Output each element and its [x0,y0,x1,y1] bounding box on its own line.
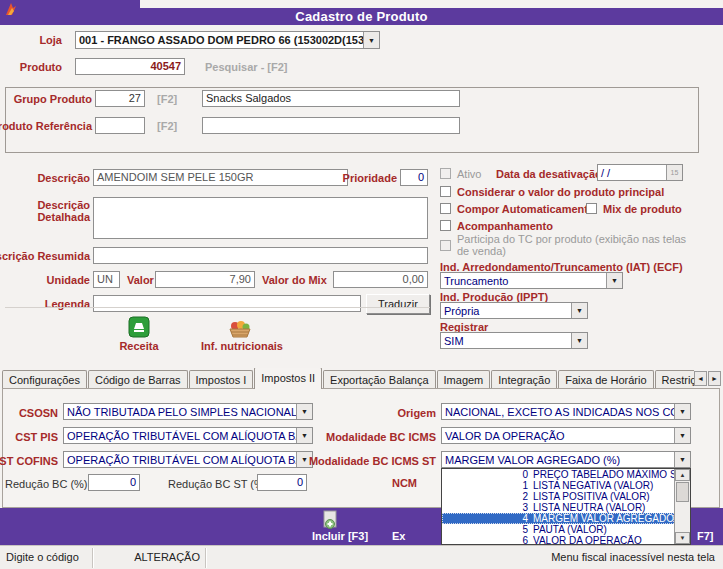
valor-input[interactable]: 7,90 [155,271,255,288]
produto-referencia-name-field[interactable] [202,117,460,134]
tab-código-de-barras[interactable]: Código de Barras [88,370,188,389]
descricao-resumida-input[interactable] [93,247,428,264]
tab-scroll-right-icon[interactable]: ► [708,371,721,386]
inf-nutricionais-label[interactable]: Inf. nutricionais [192,340,292,352]
legenda-label: Legenda [45,298,90,310]
dropdown-option[interactable]: 0PREÇO TABELADO MÁXIMO SUGERIDO [442,469,674,480]
tab-configurações[interactable]: Configurações [2,370,87,389]
chevron-down-icon[interactable]: ▼ [571,303,587,318]
dropdown-option[interactable]: 6VALOR DA OPERAÇÃO [442,535,674,544]
iat-value: Truncamento [441,275,606,287]
chevron-down-icon[interactable]: ▼ [606,273,622,288]
chevron-down-icon[interactable]: ▼ [674,404,690,419]
reducao-bc-st-input[interactable]: 0 [257,474,307,491]
divider [5,307,430,308]
calendar-icon[interactable]: 15 [666,165,682,180]
tab-impostos-i[interactable]: Impostos I [189,370,254,389]
excluir-button-partial[interactable]: Ex [392,530,405,542]
status-mode: ALTERAÇÃO [92,551,200,563]
reducao-bc-st-label: Redução BC ST (%) [168,478,267,490]
considerar-checkbox[interactable] [440,186,451,197]
compor-checkbox[interactable] [440,203,451,214]
tab-imagem[interactable]: Imagem [437,370,491,389]
modalidade-bc-icms-value: VALOR DA OPERAÇÃO [442,430,674,442]
chevron-down-icon[interactable]: ▼ [296,428,312,443]
ippt-value: Própria [441,305,571,317]
reducao-bc-input[interactable]: 0 [88,474,140,491]
valor-do-mix-label: Valor do Mix [262,274,327,286]
descricao-input[interactable]: AMENDOIM SEM PELE 150GR [93,169,348,186]
receita-label[interactable]: Receita [112,340,166,352]
descricao-detalhada-textarea[interactable] [93,197,428,239]
produto-code-input[interactable]: 40547 [75,58,185,75]
participa-tc-label: Participa do TC por produto (exibição na… [457,233,697,257]
cst-cofins-combobox[interactable]: OPERAÇÃO TRIBUTÁVEL COM ALÍQUOTA BÁSICA … [63,451,313,468]
valor-do-mix-input[interactable]: 0,00 [333,271,428,288]
chevron-down-icon[interactable]: ▼ [674,452,690,467]
scrollbar-thumb[interactable] [676,482,689,502]
iat-combobox[interactable]: Truncamento ▼ [440,272,623,289]
scroll-up-icon[interactable]: ▲ [675,469,690,481]
chevron-down-icon[interactable]: ▼ [296,404,312,419]
tab-scroll-left-icon[interactable]: ◄ [694,371,707,386]
acompanhamento-checkbox[interactable] [440,220,451,231]
ippt-combobox[interactable]: Própria ▼ [440,302,588,319]
data-desativacao-field[interactable]: / / 15 [597,164,683,181]
produto-referencia-f2[interactable]: [F2] [157,120,177,132]
dropdown-option[interactable]: 2LISTA POSITIVA (VALOR) [442,491,674,502]
chevron-down-icon[interactable]: ▼ [571,333,587,348]
traduzir-button[interactable]: Traduzir [366,294,430,314]
tab-faixa-de-horário[interactable]: Faixa de Horário [558,370,653,389]
prioridade-label: Prioridade [343,172,397,184]
chevron-down-icon[interactable]: ▼ [674,428,690,443]
origem-combobox[interactable]: NACIONAL, EXCETO AS INDICADAS NOS CODIGO… [441,403,691,420]
participa-tc-checkbox[interactable] [440,240,451,251]
tab-impostos-ii[interactable]: Impostos II [254,368,322,389]
grupo-produto-f2[interactable]: [F2] [157,93,177,105]
unidade-label: Unidade [47,274,90,286]
mix-produto-label: Mix de produto [603,203,682,215]
ativo-checkbox[interactable] [440,168,451,179]
mix-produto-checkbox[interactable] [586,203,597,214]
dropdown-option[interactable]: 1LISTA NEGATIVA (VALOR) [442,480,674,491]
registrar-combobox[interactable]: SIM ▼ [440,332,588,349]
app-flame-icon [4,2,17,16]
modalidade-bc-icms-st-combobox[interactable]: MARGEM VALOR AGREGADO (%) ▼ [441,451,691,468]
unidade-input[interactable]: UN [93,271,120,288]
modalidade-bc-icms-combobox[interactable]: VALOR DA OPERAÇÃO ▼ [441,427,691,444]
csosn-combobox[interactable]: NÃO TRIBUTADA PELO SIMPLES NACIONAL ▼ [63,403,313,420]
status-left: Digite o código [6,551,79,563]
descricao-label: Descrição [37,172,90,184]
prioridade-input[interactable]: 0 [400,169,428,186]
nutrition-basket-icon[interactable] [226,320,254,338]
legenda-input[interactable] [93,295,361,312]
modalidade-bc-icms-label: Modalidade BC ICMS [326,431,436,443]
scroll-down-icon[interactable]: ▼ [675,532,690,544]
cst-cofins-value: OPERAÇÃO TRIBUTÁVEL COM ALÍQUOTA BÁSICA [64,454,296,466]
dropdown-option[interactable]: 5PAUTA (VALOR) [442,524,674,535]
pesquisar-hint: Pesquisar - [F2] [205,61,288,73]
loja-combobox[interactable]: 001 - FRANGO ASSADO DOM PEDRO 66 (153002… [75,31,380,49]
produto-referencia-code-input[interactable] [95,117,145,134]
tab-integração[interactable]: Integração [491,370,557,389]
voltar-button-partial[interactable]: F7] [697,530,714,542]
grupo-produto-name-field[interactable]: Snacks Salgados [202,90,460,107]
dropdown-list-items: 0PREÇO TABELADO MÁXIMO SUGERIDO1LISTA NE… [442,469,674,544]
grupo-produto-code-input[interactable]: 27 [95,90,145,107]
incluir-button[interactable]: Incluir [F3] [300,530,380,542]
dropdown-option[interactable]: 4MARGEM VALOR AGREGADO (%) [442,513,674,524]
chevron-down-icon[interactable]: ▼ [363,32,379,48]
cst-pis-value: OPERAÇÃO TRIBUTÁVEL COM ALÍQUOTA BÁSICA [64,430,296,442]
grupo-produto-label: Grupo Produto [14,93,92,105]
dropdown-option[interactable]: 3LISTA NEUTRA (VALOR) [442,502,674,513]
dropdown-scrollbar[interactable]: ▲ ▼ [674,469,690,544]
reducao-bc-label: Redução BC (%) [5,478,88,490]
produto-label: Produto [20,61,62,73]
tab-exportação-balança[interactable]: Exportação Balança [323,370,435,389]
cst-pis-combobox[interactable]: OPERAÇÃO TRIBUTÁVEL COM ALÍQUOTA BÁSICA … [63,427,313,444]
csosn-value: NÃO TRIBUTADA PELO SIMPLES NACIONAL [64,406,296,418]
data-desativacao-value: / / [598,167,666,179]
receita-icon[interactable] [128,316,150,338]
tab-restrição-dia-da-semana[interactable]: Restrição dia da semana [655,370,694,389]
incluir-plus-icon[interactable] [322,510,338,530]
